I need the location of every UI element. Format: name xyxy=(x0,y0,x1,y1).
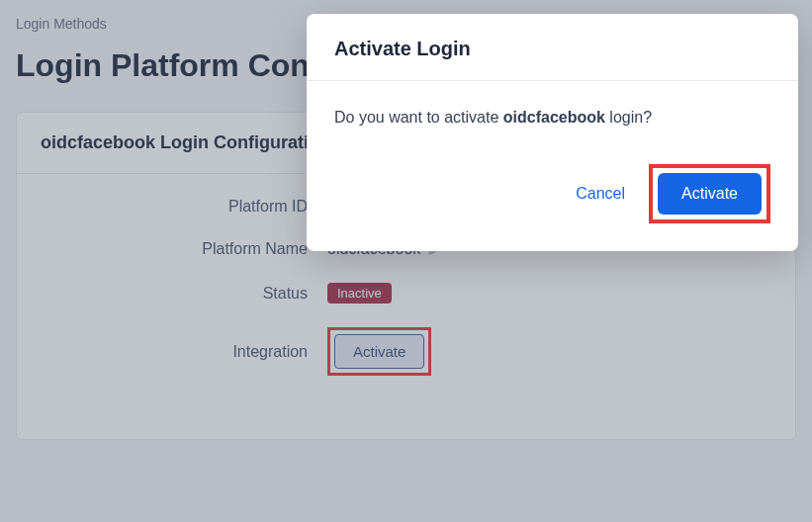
highlight-confirm: Activate xyxy=(649,164,770,223)
modal-prompt-suffix: login? xyxy=(605,109,652,126)
activate-login-modal: Activate Login Do you want to activate o… xyxy=(307,14,798,251)
modal-body: Do you want to activate oidcfacebook log… xyxy=(307,81,798,154)
cancel-button[interactable]: Cancel xyxy=(576,185,625,203)
modal-prompt-prefix: Do you want to activate xyxy=(334,109,503,126)
modal-prompt-subject: oidcfacebook xyxy=(503,109,605,126)
confirm-activate-button[interactable]: Activate xyxy=(658,173,762,215)
modal-title: Activate Login xyxy=(334,38,770,60)
